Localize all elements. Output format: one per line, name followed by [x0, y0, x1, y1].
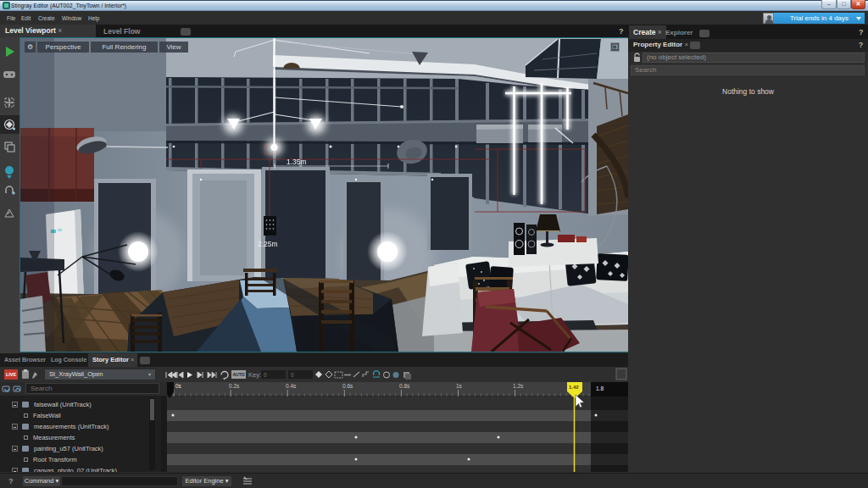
svg-text:1.35m: 1.35m: [287, 158, 307, 166]
svg-text:0: 0: [264, 372, 267, 378]
svg-text:1.8: 1.8: [596, 385, 604, 391]
svg-text:1.42: 1.42: [569, 385, 579, 390]
svg-text:0: 0: [291, 372, 294, 378]
svg-text:AUTO: AUTO: [233, 372, 245, 377]
svg-text:Key:: Key:: [248, 371, 261, 379]
svg-text:2.25m: 2.25m: [258, 240, 278, 248]
